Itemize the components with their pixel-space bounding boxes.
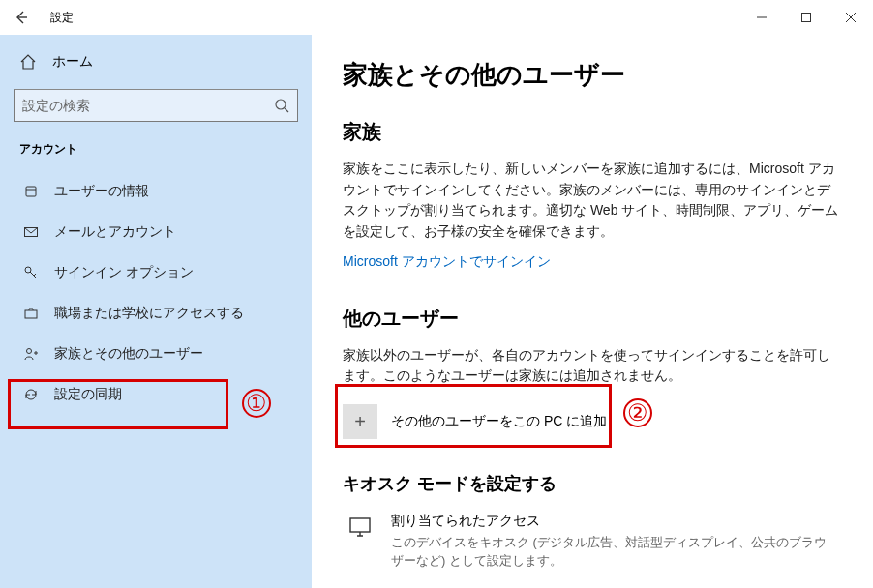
search-icon [274, 98, 289, 113]
maximize-icon [801, 13, 811, 22]
sidebar-section-label: アカウント [0, 135, 312, 171]
kiosk-heading: キオスク モードを設定する [343, 472, 842, 495]
sidebar-item-label: 職場または学校にアクセスする [54, 305, 244, 322]
sidebar-item-label: メールとアカウント [54, 223, 176, 241]
people-icon [21, 346, 41, 362]
sidebar-item-work-school[interactable]: 職場または学校にアクセスする [0, 293, 312, 334]
sidebar: ホーム アカウント ユーザーの情報 メールとアカウント サインイン オプション [0, 35, 312, 588]
main-content: 家族とその他のユーザー 家族 家族をここに表示したり、新しいメンバーを家族に追加… [312, 35, 873, 588]
ms-account-signin-link[interactable]: Microsoft アカウントでサインイン [343, 253, 551, 271]
sidebar-item-sync[interactable]: 設定の同期 [0, 374, 312, 415]
sidebar-item-user-info[interactable]: ユーザーの情報 [0, 171, 312, 212]
minimize-button[interactable] [739, 0, 784, 35]
kiosk-assigned-access[interactable]: 割り当てられたアクセス このデバイスをキオスク (デジタル広告、対話型ディスプレ… [343, 513, 842, 571]
svg-rect-0 [802, 14, 811, 22]
window-buttons [739, 0, 873, 35]
add-other-user-label: その他のユーザーをこの PC に追加 [391, 413, 607, 430]
sidebar-item-label: 家族とその他のユーザー [54, 345, 203, 363]
svg-rect-7 [350, 518, 370, 532]
search-input[interactable] [22, 98, 274, 113]
sidebar-item-email-accounts[interactable]: メールとアカウント [0, 212, 312, 252]
kiosk-item-desc: このデバイスをキオスク (デジタル広告、対話型ディスプレイ、公共のブラウザーなど… [391, 534, 836, 571]
sidebar-item-label: ユーザーの情報 [54, 183, 149, 200]
close-button[interactable] [828, 0, 873, 35]
titlebar: 設定 [0, 0, 873, 35]
plus-icon: + [343, 404, 377, 439]
window-title: 設定 [43, 10, 74, 26]
add-other-user-button[interactable]: + その他のユーザーをこの PC に追加 [343, 397, 842, 447]
close-icon [846, 13, 856, 22]
home-label: ホーム [52, 53, 93, 71]
other-users-body: 家族以外のユーザーが、各自のアカウントを使ってサインインすることを許可します。こ… [343, 345, 842, 387]
search-input-box[interactable] [14, 89, 298, 122]
home-link[interactable]: ホーム [0, 43, 312, 81]
family-body: 家族をここに表示したり、新しいメンバーを家族に追加するには、Microsoft … [343, 159, 842, 243]
monitor-icon [343, 513, 377, 571]
home-icon [19, 53, 37, 71]
back-arrow-icon [14, 10, 29, 25]
svg-point-1 [276, 100, 286, 109]
kiosk-item-title: 割り当てられたアクセス [391, 513, 836, 530]
svg-point-6 [27, 349, 32, 354]
sidebar-item-family-other-users[interactable]: 家族とその他のユーザー [0, 334, 312, 374]
mail-icon [21, 224, 41, 240]
sync-icon [21, 387, 41, 402]
family-heading: 家族 [343, 119, 842, 145]
minimize-icon [757, 13, 767, 22]
sidebar-item-signin-options[interactable]: サインイン オプション [0, 252, 312, 293]
other-users-heading: 他のユーザー [343, 306, 842, 332]
sidebar-item-label: 設定の同期 [54, 386, 122, 403]
back-button[interactable] [0, 0, 43, 35]
briefcase-icon [21, 306, 41, 321]
svg-rect-5 [25, 310, 37, 318]
maximize-button[interactable] [784, 0, 828, 35]
svg-rect-2 [26, 187, 36, 196]
page-title: 家族とその他のユーザー [343, 58, 842, 92]
sidebar-item-label: サインイン オプション [54, 264, 194, 281]
key-icon [21, 265, 41, 280]
user-info-icon [21, 184, 41, 199]
